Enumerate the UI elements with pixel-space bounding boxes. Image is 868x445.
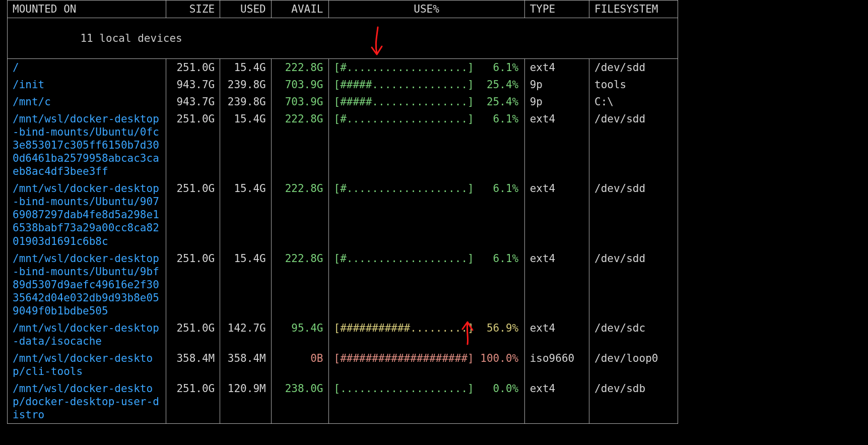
- cell-filesystem: /dev/sdc: [589, 320, 678, 350]
- cell-mount: /mnt/wsl/docker-desktop/docker-desktop-u…: [8, 380, 166, 424]
- cell-avail: 238.0G: [271, 380, 328, 424]
- cell-type: ext4: [524, 59, 589, 77]
- cell-used: 15.4G: [220, 180, 271, 249]
- cell-avail: 222.8G: [271, 180, 328, 249]
- cell-type: ext4: [524, 180, 589, 249]
- cell-filesystem: /dev/sdd: [589, 110, 678, 180]
- cell-avail: 95.4G: [271, 320, 328, 350]
- cell-mount: /mnt/wsl/docker-desktop-bind-mounts/Ubun…: [8, 110, 166, 180]
- table-title: 11 local devices: [76, 31, 186, 46]
- table-row: /251.0G15.4G222.8G[#...................]…: [8, 59, 678, 77]
- cell-mount: /init: [8, 76, 166, 93]
- cell-mount: /mnt/wsl/docker-desktop/cli-tools: [8, 350, 166, 380]
- col-type: TYPE: [524, 1, 589, 18]
- cell-use-pct: [####################] 100.0%: [328, 350, 524, 380]
- cell-mount: /mnt/wsl/docker-desktop-bind-mounts/Ubun…: [8, 180, 166, 249]
- cell-use-pct: [....................] 0.0%: [328, 380, 524, 424]
- cell-filesystem: /dev/sdb: [589, 380, 678, 424]
- table-body: /251.0G15.4G222.8G[#...................]…: [8, 59, 678, 424]
- cell-mount: /mnt/c: [8, 93, 166, 110]
- cell-mount: /: [8, 59, 166, 77]
- table-row: /mnt/c943.7G239.8G703.9G[#####..........…: [8, 93, 678, 110]
- disk-usage-table: 11 local devices MOUNTED ON SIZE USED AV…: [7, 0, 678, 424]
- cell-used: 239.8G: [220, 93, 271, 110]
- cell-use-pct: [###########.........] 56.9%: [328, 320, 524, 350]
- terminal-output: 11 local devices MOUNTED ON SIZE USED AV…: [0, 0, 868, 445]
- cell-avail: 222.8G: [271, 59, 328, 77]
- table-header-row: MOUNTED ON SIZE USED AVAIL USE% TYPE FIL…: [8, 1, 678, 18]
- cell-size: 358.4M: [166, 350, 220, 380]
- cell-used: 358.4M: [220, 350, 271, 380]
- cell-avail: 703.9G: [271, 76, 328, 93]
- cell-type: ext4: [524, 250, 589, 320]
- table-row: /mnt/wsl/docker-desktop-data/isocache251…: [8, 320, 678, 350]
- cell-type: ext4: [524, 110, 589, 180]
- cell-size: 251.0G: [166, 180, 220, 249]
- cell-use-pct: [#####...............] 25.4%: [328, 93, 524, 110]
- cell-type: iso9660: [524, 350, 589, 380]
- cell-type: 9p: [524, 76, 589, 93]
- cell-used: 15.4G: [220, 59, 271, 77]
- cell-size: 251.0G: [166, 59, 220, 77]
- cell-size: 943.7G: [166, 93, 220, 110]
- cell-filesystem: /dev/sdd: [589, 59, 678, 77]
- cell-filesystem: C:\: [589, 93, 678, 110]
- cell-use-pct: [#####...............] 25.4%: [328, 76, 524, 93]
- table-row: /init943.7G239.8G703.9G[#####...........…: [8, 76, 678, 93]
- cell-used: 15.4G: [220, 110, 271, 180]
- cell-size: 251.0G: [166, 320, 220, 350]
- cell-filesystem: tools: [589, 76, 678, 93]
- table-row: /mnt/wsl/docker-desktop/cli-tools358.4M3…: [8, 350, 678, 380]
- cell-size: 943.7G: [166, 76, 220, 93]
- cell-used: 239.8G: [220, 76, 271, 93]
- cell-type: 9p: [524, 93, 589, 110]
- table-row: /mnt/wsl/docker-desktop-bind-mounts/Ubun…: [8, 180, 678, 249]
- col-used: USED: [220, 1, 271, 18]
- table-row: /mnt/wsl/docker-desktop-bind-mounts/Ubun…: [8, 110, 678, 180]
- table-row: /mnt/wsl/docker-desktop-bind-mounts/Ubun…: [8, 250, 678, 320]
- cell-avail: 222.8G: [271, 110, 328, 180]
- col-use-pct: USE%: [328, 1, 524, 18]
- cell-type: ext4: [524, 320, 589, 350]
- cell-use-pct: [#...................] 6.1%: [328, 180, 524, 249]
- cell-size: 251.0G: [166, 380, 220, 424]
- cell-mount: /mnt/wsl/docker-desktop-data/isocache: [8, 320, 166, 350]
- cell-size: 251.0G: [166, 250, 220, 320]
- cell-used: 120.9M: [220, 380, 271, 424]
- cell-filesystem: /dev/loop0: [589, 350, 678, 380]
- cell-used: 142.7G: [220, 320, 271, 350]
- cell-type: ext4: [524, 380, 589, 424]
- col-avail: AVAIL: [271, 1, 328, 18]
- col-filesystem: FILESYSTEM: [589, 1, 678, 18]
- cell-use-pct: [#...................] 6.1%: [328, 250, 524, 320]
- cell-filesystem: /dev/sdd: [589, 250, 678, 320]
- cell-use-pct: [#...................] 6.1%: [328, 110, 524, 180]
- cell-avail: 0B: [271, 350, 328, 380]
- table-row: /mnt/wsl/docker-desktop/docker-desktop-u…: [8, 380, 678, 424]
- cell-avail: 222.8G: [271, 250, 328, 320]
- cell-mount: /mnt/wsl/docker-desktop-bind-mounts/Ubun…: [8, 250, 166, 320]
- col-mounted-on: MOUNTED ON: [8, 1, 166, 18]
- cell-use-pct: [#...................] 6.1%: [328, 59, 524, 77]
- cell-avail: 703.9G: [271, 93, 328, 110]
- cell-filesystem: /dev/sdd: [589, 180, 678, 249]
- col-size: SIZE: [166, 1, 220, 18]
- cell-size: 251.0G: [166, 110, 220, 180]
- cell-used: 15.4G: [220, 250, 271, 320]
